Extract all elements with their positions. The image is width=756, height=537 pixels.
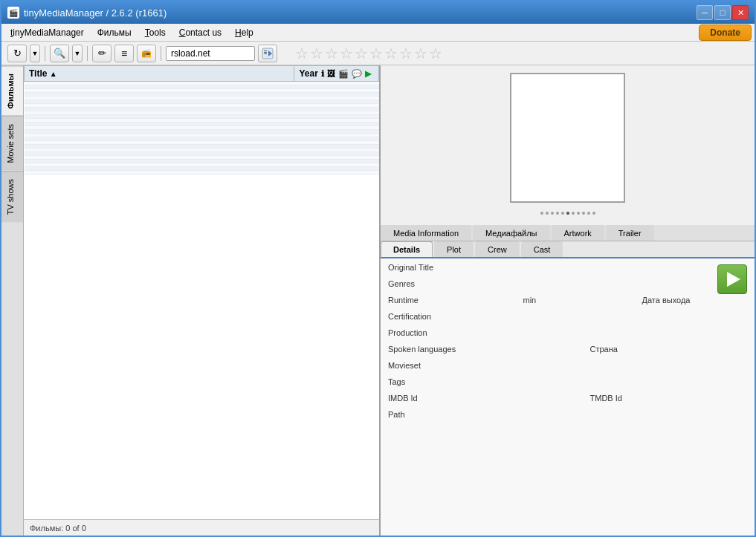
tab-crew[interactable]: Crew (475, 241, 520, 257)
star-10[interactable]: ☆ (429, 45, 442, 62)
title-bar-left: 🎬 tinyMediaManager / 2.6.2 (r1661) (7, 7, 167, 19)
maximize-button[interactable]: □ (714, 5, 731, 20)
detail-imdb-id: IMDB Id TMDB Id (388, 394, 747, 407)
images-icon: 🖼 (327, 69, 335, 78)
content-area: Title ▲ Year ℹ 🖼 🎬 💬 (24, 65, 755, 536)
tab-media-information[interactable]: Media Information (381, 225, 471, 241)
col-title[interactable]: Title ▲ (25, 66, 294, 82)
tab-trailer[interactable]: Trailer (606, 225, 654, 241)
star-7[interactable]: ☆ (384, 45, 398, 62)
info-tabs-area: Media Information Медиафайлы Artwork Tra… (381, 225, 755, 536)
side-tab-films[interactable]: Фильмы (1, 65, 23, 116)
tab-details[interactable]: Details (381, 241, 433, 257)
svg-rect-2 (264, 52, 267, 53)
dot-11 (592, 212, 595, 215)
menu-tinymediamanager[interactable]: tinyMediaManager (4, 26, 90, 39)
search-input[interactable] (166, 46, 255, 61)
main-window: 🎬 tinyMediaManager / 2.6.2 (r1661) ─ □ ✕… (0, 0, 756, 537)
menu-items: tinyMediaManager Фильмы Tools Contact us… (4, 26, 259, 39)
menu-tools[interactable]: Tools (139, 26, 172, 39)
dot-1 (540, 212, 543, 215)
runtime-unit: min (523, 296, 627, 305)
edit-button[interactable]: ✏ (92, 45, 112, 62)
star-4[interactable]: ☆ (340, 45, 353, 62)
tmdb-id-label: TMDB Id (590, 394, 665, 403)
production-label: Production (388, 328, 492, 337)
tags-label: Tags (388, 377, 492, 386)
original-title-label: Original Title (388, 263, 492, 272)
search-dropdown-button[interactable]: ▼ (72, 45, 83, 62)
star-8[interactable]: ☆ (399, 45, 413, 62)
imdb-id-label: IMDB Id (388, 394, 492, 403)
divider-dots (388, 209, 747, 218)
close-button[interactable]: ✕ (732, 5, 749, 20)
play-icon: ▶ (365, 69, 371, 79)
media-button[interactable]: 📻 (137, 45, 156, 62)
detail-genres: Genres (388, 279, 747, 293)
star-6[interactable]: ☆ (369, 45, 383, 62)
dot-6 (566, 212, 569, 215)
dot-5 (561, 212, 564, 215)
status-text: Фильмы: 0 of 0 (30, 524, 86, 533)
refresh-button[interactable]: ↻ (7, 45, 27, 62)
star-9[interactable]: ☆ (414, 45, 427, 62)
detail-movieset: Movieset (388, 361, 747, 374)
subtitles-icon: 💬 (352, 69, 362, 79)
window-controls: ─ □ ✕ (697, 5, 749, 20)
menu-bar: tinyMediaManager Фильмы Tools Contact us… (1, 24, 755, 42)
refresh-dropdown-button[interactable]: ▼ (30, 45, 40, 62)
release-date-label: Дата выхода (642, 296, 717, 305)
app-icon: 🎬 (7, 7, 19, 19)
detail-path: Path (388, 410, 747, 423)
side-tab-movie-sets[interactable]: Movie sets (1, 116, 23, 171)
svg-rect-3 (264, 53, 267, 54)
star-2[interactable]: ☆ (310, 45, 323, 62)
info-tabs-row1: Media Information Медиафайлы Artwork Tra… (381, 225, 755, 241)
details-content: Original Title Genres Runtime min Дата в… (381, 258, 755, 536)
side-tab-tv-shows[interactable]: TV shows (1, 171, 23, 222)
tab-plot[interactable]: Plot (434, 241, 474, 257)
menu-contact[interactable]: Contact us (173, 26, 227, 39)
list-button[interactable]: ≡ (114, 45, 134, 62)
table-row[interactable] (25, 171, 379, 175)
tab-mediafiles[interactable]: Медиафайлы (473, 225, 549, 241)
dot-10 (587, 212, 590, 215)
right-top (381, 65, 755, 225)
country-label: Страна (590, 345, 665, 354)
main-area: Фильмы Movie sets TV shows Title ▲ (1, 65, 755, 536)
detail-tags: Tags (388, 377, 747, 391)
status-bar: Фильмы: 0 of 0 (24, 519, 379, 536)
menu-films[interactable]: Фильмы (91, 26, 138, 39)
path-label: Path (388, 410, 492, 419)
genres-label: Genres (388, 279, 492, 288)
minimize-button[interactable]: ─ (697, 5, 713, 20)
tab-cast[interactable]: Cast (521, 241, 563, 257)
table-cell-title (25, 171, 294, 175)
movies-table: Title ▲ Year ℹ 🖼 🎬 💬 (24, 65, 379, 175)
search-go-button[interactable] (258, 45, 277, 62)
search-button[interactable]: 🔍 (50, 45, 69, 62)
window-title: tinyMediaManager / 2.6.2 (r1661) (24, 7, 167, 19)
detail-certification: Certification (388, 312, 747, 325)
play-button[interactable] (717, 264, 747, 294)
menu-help[interactable]: Help (229, 26, 259, 39)
dot-9 (582, 212, 585, 215)
toolbar-sep-2 (87, 46, 88, 61)
star-5[interactable]: ☆ (355, 45, 368, 62)
play-triangle-icon (727, 272, 740, 287)
movieset-label: Movieset (388, 361, 492, 370)
donate-button[interactable]: Donate (699, 25, 752, 41)
col-year[interactable]: Year ℹ 🖼 🎬 💬 ▶ (294, 66, 379, 82)
runtime-label: Runtime (388, 296, 492, 305)
col-year-label: Year (299, 68, 317, 79)
col-title-label: Title (29, 68, 47, 79)
title-bar: 🎬 tinyMediaManager / 2.6.2 (r1661) ─ □ ✕ (1, 1, 755, 24)
table-container[interactable]: Title ▲ Year ℹ 🖼 🎬 💬 (24, 65, 379, 519)
left-panel: Title ▲ Year ℹ 🖼 🎬 💬 (24, 65, 381, 536)
star-1[interactable]: ☆ (295, 45, 308, 62)
certification-label: Certification (388, 312, 492, 321)
search-go-icon (262, 48, 274, 59)
star-3[interactable]: ☆ (325, 45, 338, 62)
tab-artwork[interactable]: Artwork (552, 225, 604, 241)
detail-spoken-languages: Spoken languages Страна (388, 345, 747, 358)
